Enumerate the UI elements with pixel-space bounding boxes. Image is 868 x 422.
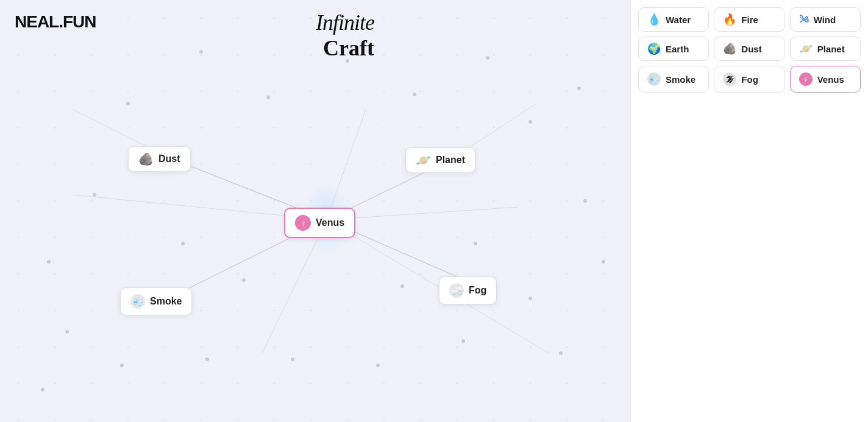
svg-point-34: [400, 284, 404, 288]
sidebar-item-earth[interactable]: 🌍 Earth: [638, 37, 709, 61]
dust-icon: 🪨: [723, 43, 736, 54]
svg-point-26: [376, 364, 380, 367]
svg-point-20: [577, 86, 581, 90]
svg-line-8: [327, 220, 549, 353]
sidebar-item-planet[interactable]: 🪐 Planet: [790, 37, 861, 61]
svg-point-25: [461, 339, 465, 343]
fire-label: Fire: [741, 15, 758, 25]
venus-sidebar-label: Venus: [817, 74, 844, 85]
planet-label: Planet: [436, 155, 465, 166]
sidebar-item-water[interactable]: 💧 Water: [638, 7, 709, 32]
svg-point-28: [205, 357, 209, 361]
svg-point-31: [41, 388, 44, 392]
fire-icon: 🔥: [723, 14, 736, 25]
smoke-label: Smoke: [666, 74, 695, 85]
logo: NEAL.FUN: [15, 12, 96, 32]
sidebar-item-fog[interactable]: 🌫 Fog: [714, 66, 784, 93]
planet-label: Planet: [817, 44, 845, 54]
fog-emoji: 🌫️: [449, 283, 464, 298]
venus-label: Venus: [316, 217, 344, 228]
wind-label: Wind: [814, 15, 836, 25]
sidebar-row-2: 🌍 Earth 🪨 Dust 🪐 Planet: [638, 37, 861, 61]
svg-point-18: [486, 56, 489, 60]
svg-point-11: [47, 260, 51, 264]
svg-point-19: [528, 120, 532, 124]
svg-point-27: [291, 357, 294, 361]
sidebar-row-3: 💨 Smoke 🌫 Fog ♀ Venus: [638, 66, 861, 93]
dust-canvas-node[interactable]: 🪨 Dust: [128, 146, 191, 172]
svg-point-32: [181, 242, 185, 245]
smoke-icon: 💨: [647, 72, 661, 86]
fog-label: Fog: [741, 74, 758, 85]
dust-label: Dust: [158, 153, 180, 164]
sidebar-item-venus[interactable]: ♀ Venus: [790, 66, 861, 93]
svg-line-6: [327, 110, 366, 220]
svg-point-22: [602, 260, 605, 264]
canvas-area[interactable]: NEAL.FUN Infinite Craft 🪨 Dust 🪐 Planet: [0, 0, 630, 422]
venus-icon: ♀: [799, 72, 813, 86]
sidebar-item-fire[interactable]: 🔥 Fire: [714, 7, 784, 32]
svg-point-33: [474, 242, 477, 245]
svg-point-30: [65, 330, 69, 334]
earth-label: Earth: [666, 44, 689, 54]
smoke-label: Smoke: [150, 296, 182, 307]
svg-line-5: [327, 207, 518, 220]
water-label: Water: [666, 15, 691, 25]
svg-point-24: [559, 351, 563, 355]
title-craft: Craft: [316, 35, 374, 61]
wind-icon: 🌬: [799, 15, 809, 24]
fog-canvas-node[interactable]: 🌫️ Fog: [439, 276, 497, 304]
venus-emoji: ♀: [295, 215, 311, 231]
planet-emoji: 🪐: [416, 154, 431, 166]
svg-point-29: [120, 364, 124, 367]
svg-point-35: [242, 278, 246, 282]
planet-icon: 🪐: [799, 43, 813, 54]
sidebar-item-wind[interactable]: 🌬 Wind: [790, 7, 861, 32]
dust-label: Dust: [741, 44, 761, 54]
sidebar-item-dust[interactable]: 🪨 Dust: [714, 37, 784, 61]
svg-point-13: [126, 102, 130, 105]
venus-canvas-node[interactable]: ♀ Venus: [284, 208, 355, 238]
svg-point-14: [199, 50, 203, 54]
planet-canvas-node[interactable]: 🪐 Planet: [405, 147, 475, 173]
sidebar-row-1: 💧 Water 🔥 Fire 🌬 Wind: [638, 7, 861, 32]
svg-point-12: [93, 193, 96, 197]
svg-point-17: [413, 93, 416, 96]
sidebar-item-smoke[interactable]: 💨 Smoke: [638, 66, 709, 93]
smoke-emoji: 💨: [130, 294, 145, 309]
fog-label: Fog: [469, 285, 486, 296]
svg-point-23: [528, 297, 532, 300]
app-title: Infinite Craft: [316, 10, 374, 61]
sidebar: 💧 Water 🔥 Fire 🌬 Wind 🌍 Earth 🪨 Dust 🪐 P…: [630, 0, 868, 422]
smoke-canvas-node[interactable]: 💨 Smoke: [120, 287, 192, 315]
dust-emoji: 🪨: [138, 153, 154, 165]
earth-icon: 🌍: [647, 43, 661, 54]
svg-line-7: [262, 220, 327, 353]
water-icon: 💧: [647, 14, 661, 25]
title-infinite: Infinite: [316, 10, 374, 35]
fog-icon: 🌫: [723, 72, 736, 86]
svg-point-15: [266, 96, 270, 99]
svg-point-21: [583, 199, 587, 203]
